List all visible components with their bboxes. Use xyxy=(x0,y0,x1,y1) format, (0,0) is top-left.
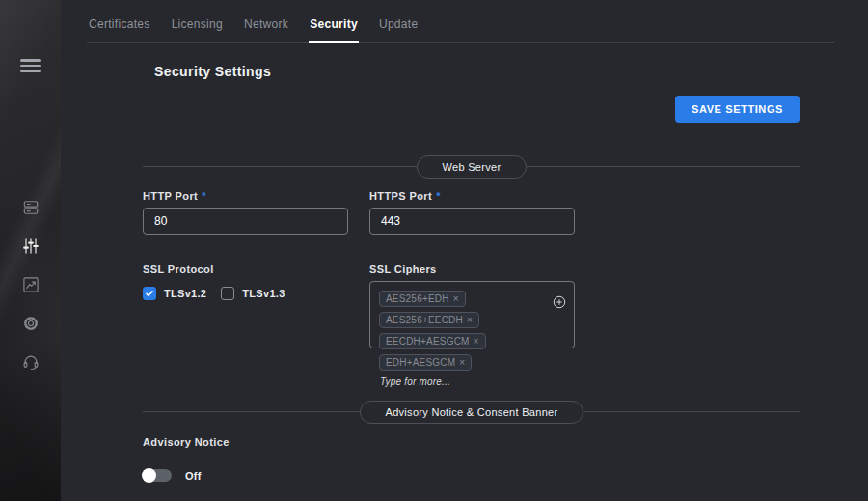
menu-icon[interactable] xyxy=(20,59,41,75)
cipher-chip-label: AES256+EDH xyxy=(386,293,449,304)
tlsv12-option[interactable]: TLSv1.2 xyxy=(143,287,206,300)
ssl-protocol-group: SSL Protocol TLSv1.2 TLSv1.3 xyxy=(143,264,348,300)
tlsv12-checkbox[interactable] xyxy=(143,287,156,300)
page-title: Security Settings xyxy=(154,64,271,79)
app-window: Certificates Licensing Network Security … xyxy=(0,0,868,501)
ssl-ciphers-group: SSL Ciphers AES256+EDH× AES256+EECDH× EE… xyxy=(369,264,575,348)
tab-network[interactable]: Network xyxy=(244,17,288,43)
ssl-ciphers-label: SSL Ciphers xyxy=(369,264,575,275)
http-port-field: HTTP Port* xyxy=(143,190,348,235)
https-port-field: HTTPS Port* xyxy=(369,190,575,235)
sidebar-nav xyxy=(0,198,61,391)
https-port-label: HTTPS Port* xyxy=(369,190,575,202)
ciphers-placeholder: Type for more... xyxy=(380,376,547,387)
analytics-chart-icon[interactable] xyxy=(0,275,61,314)
required-asterisk: * xyxy=(436,190,441,202)
ssl-protocol-options: TLSv1.2 TLSv1.3 xyxy=(143,287,348,300)
http-port-label-text: HTTP Port xyxy=(143,190,198,202)
tab-update[interactable]: Update xyxy=(379,17,419,43)
advisory-notice-toggle[interactable] xyxy=(143,469,172,482)
tab-security[interactable]: Security xyxy=(310,17,358,43)
save-settings-button[interactable]: SAVE SETTINGS xyxy=(675,96,800,123)
tlsv13-label: TLSv1.3 xyxy=(242,288,285,299)
cipher-chip-label: EECDH+AESGCM xyxy=(386,336,470,347)
cipher-chip: AES256+EDH× xyxy=(379,291,466,307)
cipher-chip-label: AES256+EECDH xyxy=(386,315,463,325)
http-port-label: HTTP Port* xyxy=(143,190,348,202)
add-cipher-icon[interactable] xyxy=(552,294,567,310)
main-content: Certificates Licensing Network Security … xyxy=(61,0,868,501)
http-port-input[interactable] xyxy=(143,208,348,235)
web-server-section-pill: Web Server xyxy=(417,155,528,179)
remove-chip-icon[interactable]: × xyxy=(453,293,459,304)
tlsv12-label: TLSv1.2 xyxy=(164,288,206,299)
sidebar xyxy=(0,0,61,501)
server-stack-icon[interactable] xyxy=(0,198,61,237)
remove-chip-icon[interactable]: × xyxy=(459,357,465,368)
remove-chip-icon[interactable]: × xyxy=(467,315,473,325)
tab-bar: Certificates Licensing Network Security … xyxy=(87,0,834,43)
cipher-chip: EECDH+AESGCM× xyxy=(379,333,486,349)
remove-chip-icon[interactable]: × xyxy=(474,336,479,347)
settings-gear-icon[interactable] xyxy=(0,314,61,352)
advisory-section-pill: Advisory Notice & Consent Banner xyxy=(360,401,584,424)
advisory-notice-label: Advisory Notice xyxy=(143,436,230,448)
advisory-notice-control: Off xyxy=(143,469,202,482)
required-asterisk: * xyxy=(202,190,206,202)
https-port-label-text: HTTPS Port xyxy=(369,190,432,202)
ssl-ciphers-input[interactable]: AES256+EDH× AES256+EECDH× EECDH+AESGCM× … xyxy=(369,281,575,348)
section-divider-web-server: Web Server xyxy=(143,155,800,179)
toggle-knob xyxy=(142,468,156,483)
tlsv13-checkbox[interactable] xyxy=(221,287,234,300)
cipher-chip: EDH+AESGCM× xyxy=(379,354,472,371)
cipher-chip-label: EDH+AESGCM xyxy=(386,357,455,368)
tab-licensing[interactable]: Licensing xyxy=(172,17,223,43)
tab-certificates[interactable]: Certificates xyxy=(89,17,150,43)
cipher-chip: AES256+EECDH× xyxy=(379,312,479,328)
sliders-icon[interactable] xyxy=(0,237,61,275)
https-port-input[interactable] xyxy=(369,208,575,235)
advisory-notice-state: Off xyxy=(185,470,202,482)
tlsv13-option[interactable]: TLSv1.3 xyxy=(221,287,285,300)
support-headset-icon[interactable] xyxy=(0,352,61,391)
ssl-protocol-label: SSL Protocol xyxy=(143,264,348,275)
section-divider-advisory: Advisory Notice & Consent Banner xyxy=(143,401,800,424)
